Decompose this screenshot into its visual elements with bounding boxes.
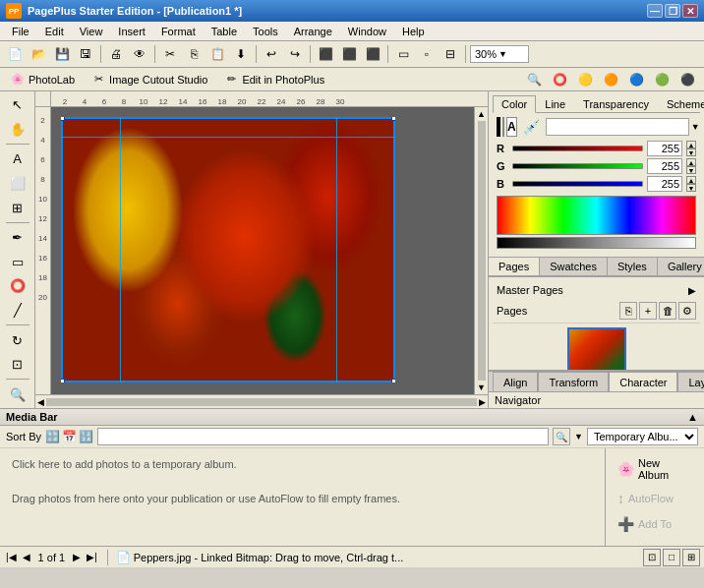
tab-color[interactable]: Color [493,95,536,113]
handle-br[interactable] [391,379,395,382]
scroll-up-btn[interactable]: ▲ [477,109,486,119]
r-slider[interactable] [512,146,643,151]
nav-first-btn[interactable]: |◀ [4,552,19,562]
frame2-button[interactable]: ▫ [416,43,438,65]
tab-transparency[interactable]: Transparency [574,95,658,112]
pan-tool[interactable]: ✋ [5,118,30,142]
menu-table[interactable]: Table [204,24,245,39]
media-search-input[interactable] [97,428,549,445]
text-tool[interactable]: A [5,147,30,171]
r-input[interactable] [647,141,682,156]
rotate-tool[interactable]: ↻ [5,328,30,352]
page-settings-btn[interactable]: ⚙ [678,302,696,320]
g-input[interactable] [647,158,682,174]
tab-schemes[interactable]: Schemes [658,95,704,112]
table-tool[interactable]: ⊞ [5,196,30,219]
tab-transform[interactable]: Transform [538,372,609,391]
menu-arrange[interactable]: Arrange [286,24,340,39]
line-tool[interactable]: ╱ [5,299,30,323]
sort-icon-3[interactable]: 🔢 [79,430,93,443]
cutout-button[interactable]: ✂ Image Cutout Studio [87,70,211,89]
stroke-color-swatch[interactable] [502,117,504,137]
frame3-button[interactable]: ⊟ [440,43,461,65]
add-to-btn[interactable]: ➕ Add To [612,513,698,535]
photolab-button[interactable]: 🌸 PhotoLab [6,70,79,89]
menu-tools[interactable]: Tools [245,24,286,39]
page-delete-btn[interactable]: 🗑 [659,302,676,320]
zoom-tool[interactable]: 🔍 [5,382,30,406]
scroll-down-btn[interactable]: ▼ [477,382,486,392]
g-spin-up[interactable]: ▲ [686,158,696,166]
nav-last-btn[interactable]: ▶| [85,552,99,562]
menu-format[interactable]: Format [153,24,204,39]
search-dropdown-btn[interactable]: ▼ [574,432,583,441]
tab-gallery[interactable]: Gallery [658,258,704,275]
extra-btn-2[interactable]: ⭕ [549,69,570,90]
tab-layers[interactable]: Layers [677,372,704,391]
tab-line[interactable]: Line [536,95,574,112]
paste-special-button[interactable]: ⬇ [230,43,252,65]
tab-swatches[interactable]: Swatches [540,258,608,275]
eyedropper-button[interactable]: 💉 [519,119,544,135]
tab-character[interactable]: Character [609,372,677,391]
print-button[interactable]: 🖨 [105,43,127,65]
open-button[interactable]: 📂 [28,43,49,65]
album-select[interactable]: Temporary Albu... [587,428,698,445]
draw-tool[interactable]: ✒ [5,226,30,250]
menu-window[interactable]: Window [340,24,394,39]
menu-view[interactable]: View [72,24,111,39]
cut-button[interactable]: ✂ [159,43,181,65]
save-button[interactable]: 💾 [51,43,73,65]
status-btn-1[interactable]: ⊡ [643,549,661,566]
edit-in-button[interactable]: ✏ Edit in PhotoPlus [219,70,328,89]
color-spectrum[interactable] [497,196,696,235]
sort-icon-1[interactable]: 🔡 [45,430,60,443]
handle-bl[interactable] [61,379,65,382]
text-color-swatch[interactable]: A [506,117,517,137]
nav-prev-btn[interactable]: ◀ [21,552,32,562]
menu-insert[interactable]: Insert [110,24,153,39]
frame-button[interactable]: ▭ [392,43,414,65]
handle-tl[interactable] [61,117,65,121]
crop-tool[interactable]: ⊡ [5,353,30,377]
menu-edit[interactable]: Edit [37,24,72,39]
extra-btn-1[interactable]: 🔍 [523,69,545,90]
copy-button[interactable]: ⎘ [183,43,205,65]
canvas-content[interactable] [51,107,474,394]
page-thumb[interactable] [567,327,626,370]
tab-styles[interactable]: Styles [608,258,658,275]
fill-color-swatch[interactable] [497,117,500,137]
gray-bar[interactable] [497,237,696,249]
color-hex-input[interactable] [546,118,689,136]
paste-button[interactable]: 📋 [206,43,228,65]
extra-btn-4[interactable]: 🟠 [600,69,621,90]
menu-file[interactable]: File [4,24,37,39]
extra-btn-5[interactable]: 🔵 [625,69,647,90]
align-left-button[interactable]: ⬛ [315,43,336,65]
extra-btn-7[interactable]: ⚫ [676,69,698,90]
master-pages-expand[interactable]: ▶ [688,285,696,296]
zoom-dropdown-icon[interactable]: ▼ [499,49,507,59]
tab-pages[interactable]: Pages [489,258,540,275]
tab-align[interactable]: Align [493,372,538,391]
extra-btn-6[interactable]: 🟢 [651,69,673,90]
rect-tool[interactable]: ▭ [5,251,30,274]
color-dropdown-btn[interactable]: ▼ [691,122,700,132]
align-center-button[interactable]: ⬛ [338,43,360,65]
align-right-button[interactable]: ⬛ [362,43,383,65]
new-album-btn[interactable]: 🌸 New Album [612,454,698,484]
sort-icon-2[interactable]: 📅 [62,430,77,443]
media-search-btn[interactable]: 🔍 [553,428,570,445]
g-slider[interactable] [512,163,643,169]
handle-tr[interactable] [391,117,395,121]
b-slider[interactable] [512,181,643,187]
print-preview-button[interactable]: 👁 [129,43,150,65]
scroll-left-btn[interactable]: ◀ [37,397,44,407]
scrollbar-vertical[interactable]: ▲ ▼ [474,107,488,394]
ellipse-tool[interactable]: ⭕ [5,274,30,298]
new-button[interactable]: 📄 [4,43,26,65]
page-copy-btn[interactable]: ⎘ [619,302,637,320]
extra-btn-3[interactable]: 🟡 [574,69,596,90]
status-btn-3[interactable]: ⊞ [682,549,700,566]
b-spin-up[interactable]: ▲ [686,176,696,184]
